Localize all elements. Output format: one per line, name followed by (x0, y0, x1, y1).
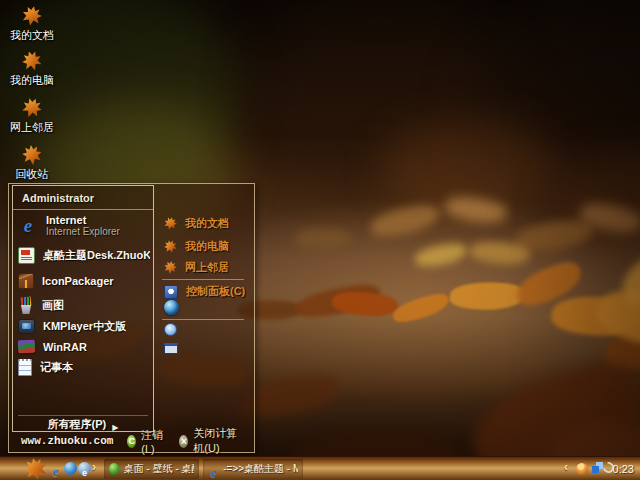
leaf-decoration (414, 242, 468, 267)
internet-explorer-icon (18, 216, 38, 236)
leaf-icon (162, 238, 178, 254)
taskbar-button-label: -=>>桌酷主题 - Mi... (223, 462, 298, 476)
menu-item-label: 桌酷主题Desk.ZhuoKu.Com (43, 248, 150, 263)
start-menu-user-name: Administrator (13, 186, 153, 210)
leaf-decoration (449, 279, 525, 312)
start-menu-item-run[interactable] (164, 343, 250, 354)
start-menu-item-notepad[interactable]: 记事本 (18, 359, 150, 376)
menu-item-label: 记事本 (40, 360, 73, 375)
iconpackager-icon (18, 273, 34, 289)
start-menu-item-network-connections[interactable] (164, 300, 250, 315)
tray-messenger-user-icon[interactable] (576, 463, 588, 475)
leaf-decoration (390, 291, 451, 324)
desktop-icon-label: 回收站 (0, 168, 64, 180)
leaf-decoration (369, 203, 442, 238)
zhuoku-theme-icon (18, 247, 35, 264)
start-menu-item-internet[interactable]: Internet Internet Explorer (18, 214, 150, 237)
zhuoku-watermark: www.zhuoku.com (21, 435, 113, 447)
start-menu-item-winrar[interactable]: WinRAR (18, 340, 150, 353)
menu-item-label: Internet (46, 214, 86, 226)
menu-item-sublabel: Internet Explorer (46, 226, 120, 237)
desktop-icon-label: 我的文档 (0, 29, 64, 41)
desktop-icon-label: 我的电脑 (0, 74, 64, 86)
start-menu-item-my-computer[interactable]: 我的电脑 (164, 239, 250, 254)
leaf-icon (163, 216, 179, 232)
leaf-icon (19, 48, 44, 73)
start-menu-programs-panel: Administrator Internet Internet Explorer… (12, 185, 154, 432)
start-menu: Administrator Internet Internet Explorer… (8, 183, 255, 453)
start-menu-item-control-panel[interactable]: 控制面板(C) (164, 284, 250, 299)
menu-item-label: 控制面板(C) (186, 284, 245, 299)
quick-launch-internet-explorer-icon[interactable] (49, 462, 62, 475)
leaf-icon (163, 260, 178, 275)
quick-launch-overflow-chevron[interactable]: › (92, 460, 96, 474)
menu-item-label: IconPackager (42, 275, 114, 287)
desktop-icon-my-documents[interactable]: 我的文档 (0, 6, 64, 41)
start-menu-item-paint[interactable]: 画图 (18, 297, 150, 314)
leaf-icon (20, 4, 44, 28)
log-off-icon (127, 435, 136, 448)
green-globe-icon (109, 463, 119, 475)
taskbar-button-desktop-wallpaper[interactable]: 桌面 - 壁纸 - 桌酷... (104, 459, 199, 479)
shut-down-button[interactable]: 关闭计算机(U) (179, 426, 242, 456)
start-menu-item-iconpackager[interactable]: IconPackager (18, 273, 150, 289)
shut-down-label: 关闭计算机(U) (193, 426, 242, 456)
start-menu-item-zhuoku-theme[interactable]: 桌酷主题Desk.ZhuoKu.Com (18, 247, 150, 264)
leaf-decoration (294, 225, 352, 253)
control-panel-icon (164, 285, 178, 299)
start-menu-places-panel: 我的文档 我的电脑 网上邻居 控制面板(C) (156, 208, 252, 430)
desktop-icon-recycle-bin[interactable]: 回收站 (0, 145, 64, 180)
taskbar-clock[interactable]: 0:23 (613, 457, 634, 480)
leaf-icon (19, 95, 45, 121)
log-off-button[interactable]: 注销(L) (127, 428, 165, 455)
paint-icon (18, 297, 34, 314)
menu-item-label: 我的电脑 (185, 239, 229, 254)
desktop-icon-label: 网上邻居 (0, 121, 64, 133)
separator (162, 279, 244, 280)
desktop-icon-network-places[interactable]: 网上邻居 (0, 98, 64, 133)
run-icon (164, 343, 178, 354)
notepad-icon (18, 359, 32, 376)
winrar-icon (18, 340, 36, 354)
start-button[interactable] (22, 456, 49, 480)
tray-collapse-chevron[interactable]: ‹ (564, 460, 568, 474)
taskbar-button-label: 桌面 - 壁纸 - 桌酷... (124, 462, 194, 476)
menu-item-label: 画图 (42, 298, 64, 313)
taskbar: › 桌面 - 壁纸 - 桌酷... -=>>桌酷主题 - Mi... ‹ 0:2… (0, 456, 640, 480)
menu-item-label: KMPlayer中文版 (43, 319, 126, 334)
start-menu-item-my-documents[interactable]: 我的文档 (164, 216, 250, 231)
menu-item-label: 网上邻居 (185, 260, 229, 275)
separator (162, 319, 244, 320)
internet-explorer-icon (208, 463, 218, 475)
log-off-label: 注销(L) (141, 428, 165, 455)
tray-windows-update-icon[interactable] (592, 466, 599, 473)
shut-down-icon (179, 435, 188, 448)
menu-item-label: WinRAR (43, 341, 87, 353)
start-menu-footer: www.zhuoku.com 注销(L) 关闭计算机(U) (9, 430, 254, 452)
quick-launch-browser-icon[interactable] (64, 462, 77, 475)
taskbar-button-zhuoku-theme[interactable]: -=>>桌酷主题 - Mi... (203, 459, 303, 479)
quick-launch-msn-icon[interactable] (78, 462, 91, 475)
search-icon (164, 323, 177, 336)
leaf-icon (21, 144, 43, 166)
start-menu-item-kmplayer[interactable]: KMPlayer中文版 (18, 319, 150, 334)
menu-item-label: 我的文档 (185, 216, 229, 231)
desktop-screen: 我的文档 我的电脑 网上邻居 回收站 Administrator Interne… (0, 0, 640, 480)
desktop-icon-my-computer[interactable]: 我的电脑 (0, 51, 64, 86)
start-menu-item-network-places[interactable]: 网上邻居 (164, 260, 250, 275)
network-globe-icon (164, 300, 179, 315)
start-menu-item-search[interactable] (164, 323, 250, 336)
kmplayer-icon (18, 319, 35, 334)
